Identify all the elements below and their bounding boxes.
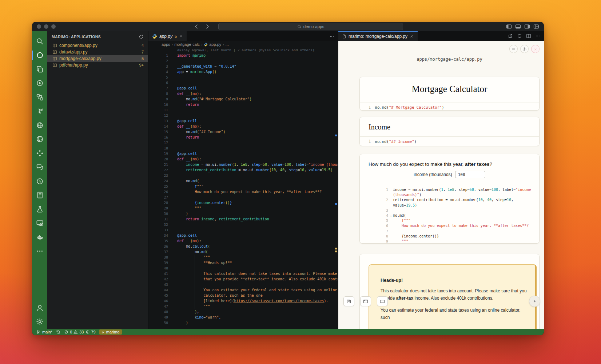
close-icon (533, 47, 538, 51)
file-name: dataviz/app.py (59, 49, 139, 55)
git-branch-status[interactable]: main* (36, 330, 52, 334)
activity-item-search[interactable] (32, 34, 47, 48)
file-item[interactable]: pdfchat/app.py9+ (47, 62, 148, 68)
cell-code[interactable]: 1 mo.md("## Income") (360, 136, 539, 146)
code-line: 2 (148, 58, 338, 64)
income-number-input[interactable] (455, 171, 485, 178)
zoom-window-button[interactable] (51, 24, 56, 29)
customize-layout-icon[interactable] (533, 24, 539, 29)
close-tab-icon[interactable] (179, 34, 183, 38)
activity-item-docker[interactable] (32, 230, 47, 244)
activity-item-marimo[interactable] (32, 48, 47, 63)
cell-code[interactable]: 1 mo.md("# Mortgage Calculator") (360, 103, 539, 111)
breadcrumb-item[interactable]: apps (162, 42, 170, 47)
breadcrumb[interactable]: apps › mortgage-calc › app.py › ... (148, 41, 338, 48)
panel-tab-bar: marimo: mortgage-calc/app.py (338, 31, 544, 41)
file-item[interactable]: mortgage-calc/app.py5 (47, 55, 148, 62)
github-icon (36, 135, 44, 143)
activity-item-remote-run[interactable] (32, 76, 47, 91)
search-value: demo-apps (303, 24, 325, 29)
activity-item-comments[interactable] (32, 160, 47, 175)
code-line: 20def __(mo): (148, 156, 338, 162)
org-chart-icon (36, 93, 44, 101)
cell-code-block[interactable]: 1income = mo.ui.number(1, 1e8, step=50, … (360, 185, 539, 244)
open-in-browser-icon[interactable] (508, 33, 513, 39)
activity-item-github[interactable] (32, 132, 47, 147)
status-bar: main* 0 33 79 marimo (32, 329, 544, 335)
open-in-browser-button[interactable] (360, 296, 371, 306)
split-editor-icon[interactable] (526, 33, 531, 39)
vscode-window: demo-apps MARIMO: APPLICATIONS component… (32, 22, 544, 335)
close-window-button[interactable] (37, 24, 41, 29)
marimo-status-chip[interactable]: marimo (99, 329, 122, 335)
tab-app-py[interactable]: app.py 5 (148, 31, 187, 41)
command-center-search[interactable]: demo-apps (218, 23, 403, 30)
line-number: 1 (360, 139, 371, 143)
code-editor[interactable]: Akshay Agrawal, last month | 2 authors (… (148, 48, 338, 329)
toggle-panel-left-icon[interactable] (506, 24, 512, 29)
file-name: mortgage-calc/app.py (59, 56, 139, 61)
toggle-panel-right-icon[interactable] (524, 24, 530, 29)
panel-tab-label: marimo: mortgage-calc/app.py (349, 34, 407, 39)
app-settings-button[interactable] (520, 45, 529, 53)
activity-item-account[interactable] (32, 301, 47, 315)
code-line: 40 (148, 265, 338, 271)
tab-marimo-preview[interactable]: marimo: mortgage-calc/app.py (338, 31, 418, 41)
breadcrumb-item[interactable]: ... (226, 42, 229, 47)
save-app-button[interactable] (343, 296, 354, 306)
sync-changes-button[interactable] (56, 330, 60, 334)
history-forward-icon[interactable] (204, 24, 210, 29)
toggle-panel-bottom-icon[interactable] (515, 24, 521, 29)
keyboard-shortcuts-button[interactable] (377, 296, 388, 306)
file-item[interactable]: components/app.py4 (47, 42, 148, 49)
more-actions-icon[interactable] (329, 34, 334, 39)
activity-item-more[interactable] (32, 244, 47, 259)
problems-status[interactable]: 0 33 79 (64, 330, 96, 334)
activity-item-beaker[interactable] (32, 202, 47, 216)
code-line: 7@app.cell (148, 85, 338, 91)
marimo-panel-group: marimo: mortgage-calc/app.py apps/mortga… (338, 31, 544, 329)
history-back-icon[interactable] (194, 24, 199, 29)
code-line: 6 How much do you expect to make this ye… (360, 223, 539, 228)
app-menu-button[interactable] (509, 45, 518, 53)
app-close-button[interactable] (531, 45, 540, 53)
file-item[interactable]: dataviz/app.py7 (47, 49, 148, 55)
code-line: 3 (360, 208, 539, 213)
activity-item-timeline[interactable] (32, 174, 47, 188)
overview-ruler-mark (335, 251, 337, 252)
code-line: 9 """ (360, 239, 539, 244)
code-line: 21 income = mo.ui.number(1, 1e8, step=50… (148, 162, 338, 167)
run-app-button[interactable] (529, 296, 540, 307)
code-line: 33 (148, 227, 338, 233)
code-line: 22 retirement_contribution = mo.ui.numbe… (148, 167, 338, 173)
chevron-right-icon: › (223, 43, 224, 47)
activity-item-settings[interactable] (32, 315, 47, 329)
activity-item-terraform[interactable] (32, 104, 47, 119)
breadcrumb-item[interactable]: app.py (209, 42, 221, 47)
breadcrumb-item[interactable]: mortgage-calc (174, 42, 200, 47)
minimize-window-button[interactable] (44, 24, 48, 29)
search-icon (36, 37, 44, 45)
code-line: 45 calculator, such as the one (148, 293, 338, 298)
activity-item-globe[interactable] (32, 118, 47, 132)
code-line: 26 How much do you expect to make this y… (148, 189, 338, 195)
reload-preview-icon[interactable] (517, 33, 522, 39)
refresh-icon[interactable] (139, 34, 144, 39)
code-line: 34@app.cell (148, 233, 338, 238)
activity-item-notebook[interactable] (32, 188, 47, 203)
code-line: 49 kind="warn", (148, 315, 338, 320)
activity-item-screen[interactable] (32, 216, 47, 231)
comments-icon (36, 163, 44, 171)
activity-item-pieces[interactable] (32, 146, 47, 160)
close-tab-icon[interactable] (410, 34, 414, 39)
python-icon (204, 43, 208, 47)
code-line: 30 ) (148, 211, 338, 216)
account-icon (36, 304, 44, 312)
more-actions-icon[interactable] (535, 33, 540, 39)
code-line: 4app = marimo.App() (148, 69, 338, 75)
browser-window-icon (363, 299, 368, 304)
code-line: 18 (148, 145, 338, 151)
beaker-icon (36, 205, 44, 213)
activity-item-copy[interactable] (32, 62, 47, 76)
activity-item-org-chart[interactable] (32, 90, 47, 104)
